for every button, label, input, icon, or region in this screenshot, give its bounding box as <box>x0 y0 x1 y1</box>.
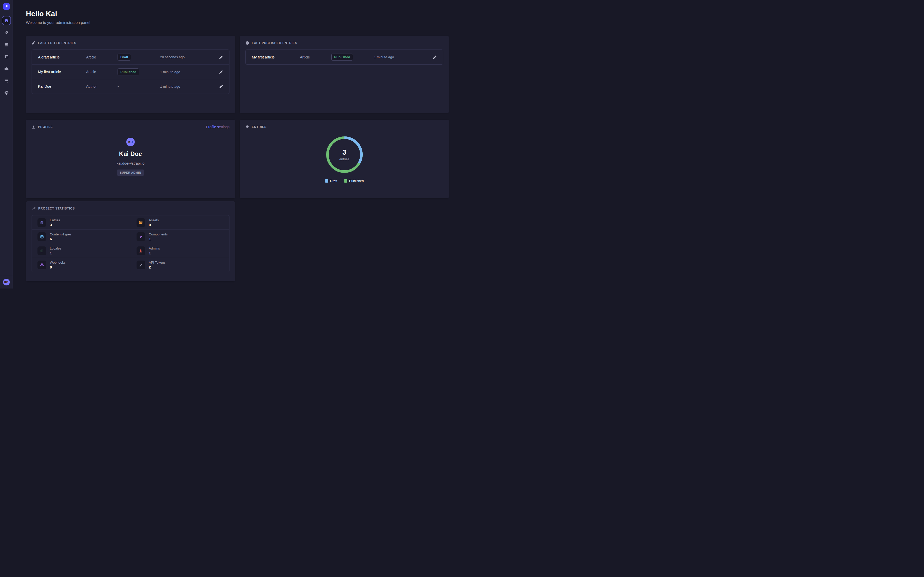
sidebar-item-settings[interactable] <box>2 89 11 97</box>
stat-label: Components <box>149 232 168 236</box>
sidebar-nav <box>2 16 11 97</box>
entry-time: 1 minute ago <box>160 70 216 74</box>
app-root: KD Hello Kai Welcome to your administrat… <box>0 0 462 288</box>
stat-api-tokens: API Tokens2 <box>131 258 229 272</box>
components-stat-icon <box>137 232 145 241</box>
card-last-published-entries: LAST PUBLISHED ENTRIES My first article … <box>240 36 449 113</box>
edit-entry-button[interactable] <box>219 55 223 59</box>
stat-components: Components1 <box>131 229 229 243</box>
donut-total-label: entries <box>339 157 349 161</box>
entry-time: 1 minute ago <box>374 55 430 59</box>
sidebar: KD <box>0 0 13 288</box>
edit-entry-button[interactable] <box>433 55 437 59</box>
user-avatar[interactable]: KD <box>3 279 10 285</box>
stat-label: API Tokens <box>149 261 166 264</box>
stats-grid: Entries3 Assets0 <box>32 215 229 272</box>
entries-stat-icon <box>37 218 46 227</box>
check-circle-icon <box>246 41 249 45</box>
card-profile: PROFILE Profile settings KD Kai Doe kai.… <box>26 120 235 198</box>
images-icon <box>4 42 9 47</box>
locales-stat-icon <box>37 247 46 255</box>
profile-settings-link[interactable]: Profile settings <box>206 125 229 129</box>
trend-up-icon <box>32 206 36 211</box>
card-last-edited-entries: LAST EDITED ENTRIES A draft article Arti… <box>26 36 235 113</box>
last-published-table: My first article Article Published 1 min… <box>246 50 443 64</box>
legend-label: Published <box>349 179 364 183</box>
stat-admins: Admins1 <box>131 243 229 258</box>
webhooks-stat-icon <box>37 261 46 269</box>
status-badge: Draft <box>118 53 131 61</box>
stat-assets: Assets0 <box>131 215 229 229</box>
edit-entry-button[interactable] <box>219 70 223 74</box>
status-empty: - <box>118 84 119 89</box>
table-row[interactable]: A draft article Article Draft 20 seconds… <box>32 50 229 64</box>
layout-icon <box>4 54 9 59</box>
person-icon <box>32 125 36 129</box>
stat-value: 1 <box>149 237 168 241</box>
stat-value: 1 <box>149 251 160 255</box>
edit-entry-button[interactable] <box>219 85 223 89</box>
sidebar-item-content-manager[interactable] <box>2 28 11 37</box>
profile-name: Kai Doe <box>119 150 142 158</box>
api-tokens-stat-icon <box>137 261 145 269</box>
sidebar-item-content-type-builder[interactable] <box>2 52 11 61</box>
legend-label: Draft <box>330 179 337 183</box>
assets-stat-icon <box>137 218 145 227</box>
entries-icon <box>246 125 249 129</box>
table-row[interactable]: My first article Article Published 1 min… <box>32 64 229 79</box>
stat-label: Locales <box>50 247 61 250</box>
stat-label: Assets <box>149 218 159 222</box>
card-title: LAST PUBLISHED ENTRIES <box>252 41 297 45</box>
entry-kind: Author <box>86 84 118 89</box>
entry-name: Kai Doe <box>38 84 86 89</box>
stat-value: 3 <box>50 222 60 227</box>
profile-email: kai.doe@strapi.io <box>116 161 144 165</box>
strapi-logo[interactable] <box>3 3 10 10</box>
role-badge: SUPER ADMIN <box>117 169 144 176</box>
card-title: LAST EDITED ENTRIES <box>38 41 76 45</box>
stat-locales: Locales1 <box>32 243 131 258</box>
profile-avatar: KD <box>126 138 135 146</box>
stat-value: 0 <box>50 265 65 269</box>
pencil-icon <box>433 55 437 59</box>
page-header: Hello Kai Welcome to your administration… <box>26 10 449 25</box>
entry-name: A draft article <box>38 55 86 59</box>
pencil-icon <box>32 41 36 45</box>
stat-value: 1 <box>50 251 61 255</box>
entry-name: My first article <box>38 70 86 74</box>
card-entries-chart: ENTRIES 3 entrie <box>240 120 449 198</box>
entry-time: 1 minute ago <box>160 85 216 89</box>
donut-total: 3 <box>342 148 346 156</box>
page-subtitle: Welcome to your administration panel <box>26 20 449 25</box>
content-types-stat-icon <box>37 232 46 241</box>
table-row[interactable]: My first article Article Published 1 min… <box>246 50 443 64</box>
entry-kind: Article <box>86 55 118 59</box>
table-row[interactable]: Kai Doe Author - 1 minute ago <box>32 79 229 93</box>
sidebar-item-media-library[interactable] <box>2 40 11 49</box>
sidebar-item-marketplace[interactable] <box>2 76 11 85</box>
stat-value: 6 <box>50 237 72 241</box>
strapi-logo-icon <box>4 4 9 9</box>
published-swatch <box>344 179 347 182</box>
card-project-statistics: PROJECT STATISTICS Entries3 <box>26 201 235 281</box>
stat-value: 2 <box>149 265 166 269</box>
pencil-icon <box>219 85 223 89</box>
stat-entries: Entries3 <box>32 215 131 229</box>
entries-donut: 3 entries Draft Published <box>246 135 443 183</box>
gear-icon <box>4 90 9 95</box>
stat-webhooks: Webhooks0 <box>32 258 131 272</box>
draft-swatch <box>325 179 328 182</box>
chart-legend: Draft Published <box>325 179 364 183</box>
stat-value: 0 <box>149 222 159 227</box>
entry-kind: Article <box>300 55 331 59</box>
stat-label: Entries <box>50 218 60 222</box>
entry-name: My first article <box>252 55 300 59</box>
entry-kind: Article <box>86 70 118 74</box>
stat-label: Admins <box>149 247 160 250</box>
card-title: PROFILE <box>38 125 53 129</box>
sidebar-item-home[interactable] <box>2 16 11 25</box>
stat-label: Webhooks <box>50 261 65 264</box>
sidebar-item-cloud[interactable] <box>2 64 11 73</box>
last-edited-table: A draft article Article Draft 20 seconds… <box>32 50 229 94</box>
admins-stat-icon <box>137 247 145 255</box>
